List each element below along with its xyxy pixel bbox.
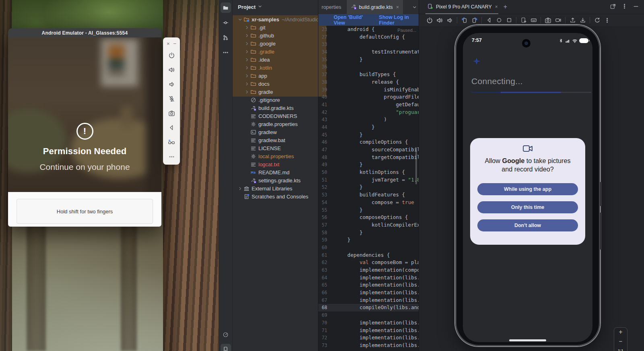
line-number[interactable]: 37 — [318, 71, 332, 78]
chevron-down-icon[interactable] — [258, 4, 262, 10]
back-button[interactable] — [484, 16, 493, 25]
volume-down-button[interactable] — [164, 77, 179, 91]
open-window-button[interactable] — [610, 3, 616, 11]
screenshot-button[interactable] — [543, 16, 553, 25]
line-number[interactable]: 44 — [318, 124, 332, 131]
code-line-71[interactable]: 71 implementation(libs.andr — [318, 327, 419, 334]
line-number[interactable]: 66 — [318, 289, 332, 297]
line-number[interactable]: 38 — [318, 78, 332, 86]
code-line-65[interactable]: 65 implementation(libs.andr — [318, 281, 419, 289]
tree-item-local-properties[interactable]: local.properties — [233, 152, 318, 160]
code-line-45[interactable]: 45 } — [318, 131, 419, 139]
minimize-button[interactable] — [633, 3, 639, 11]
line-number[interactable]: 68 — [318, 304, 332, 312]
code-line-41[interactable]: 41 getDefaultProgua — [318, 101, 419, 109]
chevron-icon[interactable] — [237, 17, 243, 22]
tree-item-readme-md[interactable]: README.md — [233, 168, 318, 176]
code-line-43[interactable]: 43 ) — [318, 116, 419, 124]
tree-item-xr-samples[interactable]: xr-samples ~/AndroidStudioProje — [233, 15, 318, 23]
add-device-tab-icon[interactable]: + — [504, 3, 507, 10]
tree-item-google[interactable]: .google — [233, 39, 318, 47]
home-button[interactable] — [494, 16, 504, 25]
code-line-67[interactable]: 67 implementation(libs.kotl — [318, 297, 419, 304]
line-number[interactable]: 52 — [318, 184, 332, 191]
line-number[interactable]: 35 — [318, 56, 332, 64]
code-line-70[interactable]: 70 implementation(libs.mate — [318, 319, 419, 327]
line-number[interactable]: 33 — [318, 41, 332, 48]
emulator-title-bar[interactable]: Android Emulator - AI_Glasses:5554 — [8, 28, 161, 37]
code-line-42[interactable]: 42 "proguard-rule — [318, 109, 419, 116]
only-this-time-button[interactable]: Only this time — [477, 201, 578, 213]
chevron-icon[interactable] — [244, 50, 250, 54]
back-button[interactable] — [164, 120, 179, 135]
line-number[interactable]: 63 — [318, 266, 332, 274]
chevron-icon[interactable] — [244, 66, 250, 70]
line-number[interactable]: 73 — [318, 342, 332, 349]
tree-item-github[interactable]: .github — [233, 31, 318, 39]
code-line-46[interactable]: 46 compileOptions { — [318, 138, 419, 146]
code-line-73[interactable]: 73 implementation(libs.andr — [318, 342, 419, 349]
reset-button[interactable] — [592, 16, 602, 25]
line-number[interactable]: 57 — [318, 221, 332, 229]
rotate-right-button[interactable] — [470, 16, 479, 25]
code-line-54[interactable]: 54 compose = true — [318, 199, 419, 206]
tree-item-app[interactable]: app — [233, 72, 318, 80]
show-log-in-finder-link[interactable]: Show Log in Finder — [379, 14, 419, 26]
chevron-icon[interactable] — [244, 58, 250, 62]
stripe-commit-button[interactable] — [221, 17, 231, 28]
code-line-51[interactable]: 51 jvmTarget = "1.8" — [318, 176, 419, 184]
power-button[interactable] — [164, 48, 179, 62]
line-number[interactable]: 67 — [318, 297, 332, 304]
code-line-69[interactable]: 69 — [318, 312, 419, 319]
while-using-the-app-button[interactable]: While using the app — [477, 183, 578, 195]
line-number[interactable]: 46 — [318, 138, 332, 146]
code-line-27[interactable]: 27 defaultConfig { — [318, 33, 419, 41]
tree-item-idea[interactable]: .idea — [233, 56, 318, 64]
line-number[interactable]: 47 — [318, 146, 332, 154]
code-line-49[interactable]: 49 } — [318, 161, 419, 169]
tree-item-gradle[interactable]: .gradle — [233, 47, 318, 56]
screenshot-button[interactable] — [164, 106, 179, 120]
line-number[interactable]: 59 — [318, 236, 332, 244]
code-line-23[interactable]: 23 android { Paused... — [318, 26, 419, 33]
line-number[interactable]: 61 — [318, 252, 332, 259]
overview-button[interactable] — [504, 16, 514, 25]
stripe-more-h-button[interactable] — [221, 47, 231, 58]
tree-item-gitignore[interactable]: .gitignore — [233, 96, 318, 104]
code-editor[interactable]: 23 android { Paused... 27 defaultConfig … — [318, 26, 419, 351]
don-t-allow-button[interactable]: Don't allow — [477, 219, 578, 231]
code-line-39[interactable]: 39 isMinifyEnabled = f — [318, 86, 419, 94]
rotate-left-button[interactable] — [460, 16, 469, 25]
editor-scrollbar[interactable] — [415, 147, 417, 184]
line-number[interactable]: 43 — [318, 116, 332, 124]
chevron-icon[interactable] — [244, 33, 250, 38]
tab-build-gradle-kts[interactable]: K build.gradle.kts × — [347, 0, 403, 14]
line-number[interactable]: 54 — [318, 199, 332, 206]
line-number[interactable]: 62 — [318, 259, 332, 266]
open-build-view-link[interactable]: Open 'Build' View — [334, 14, 369, 26]
code-line-60[interactable]: 60 — [318, 244, 419, 252]
line-number[interactable]: 50 — [318, 169, 332, 176]
tree-item-git[interactable]: .git — [233, 23, 318, 31]
tree-item-gradlew[interactable]: gradlew — [233, 128, 318, 136]
line-number[interactable]: 49 — [318, 161, 332, 169]
line-number[interactable]: 69 — [318, 312, 332, 319]
line-number[interactable]: 71 — [318, 327, 332, 334]
zoom-in-button[interactable]: + — [614, 328, 627, 337]
chevron-icon[interactable] — [244, 90, 250, 94]
close-device-tab-icon[interactable]: × — [495, 4, 498, 10]
tree-item-gradlew-bat[interactable]: gradlew.bat — [233, 136, 318, 144]
line-number[interactable]: 55 — [318, 206, 332, 214]
upload-button[interactable] — [568, 16, 577, 25]
line-number[interactable]: 60 — [318, 244, 332, 252]
code-line-59[interactable]: 59 } — [318, 236, 419, 244]
code-line-72[interactable]: 72 implementation(libs.andr — [318, 334, 419, 342]
device-tab-label[interactable]: Pixel 9 Pro API CANARY — [436, 4, 492, 10]
line-number[interactable]: 72 — [318, 334, 332, 342]
line-number[interactable]: 51 — [318, 176, 332, 184]
code-line-33[interactable]: 33 — [318, 41, 419, 48]
code-line-53[interactable]: 53 buildFeatures { — [318, 191, 419, 199]
emulator-screen[interactable]: ! Permission Needed Continue on your pho… — [8, 37, 161, 192]
line-number[interactable]: 70 — [318, 319, 332, 327]
stripe-running-device-button[interactable] — [221, 344, 231, 351]
